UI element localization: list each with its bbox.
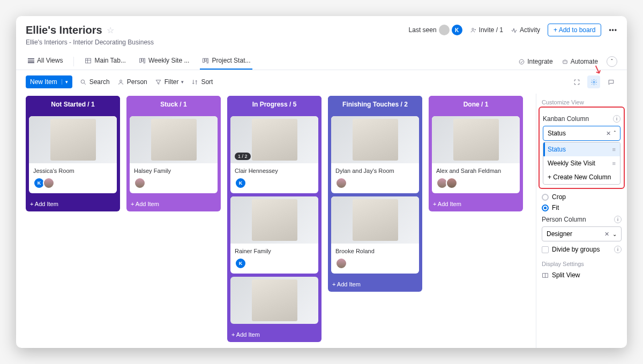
divide-label: Divide by groups (552, 246, 600, 253)
view-tab-project[interactable]: Project Stat... (200, 54, 252, 70)
avatar[interactable] (43, 177, 55, 189)
card-avatars (331, 257, 419, 274)
avatar[interactable]: K (235, 177, 246, 189)
avatar[interactable]: K (235, 257, 246, 269)
collapse-views-button[interactable]: ˆ (607, 56, 617, 67)
invite-button[interactable]: Invite / 1 (470, 26, 503, 34)
svg-point-14 (593, 81, 594, 82)
kanban-card[interactable]: Halsey Family (130, 116, 218, 193)
person-column-value: Designer (547, 230, 572, 238)
integrate-icon (518, 58, 525, 65)
radio-icon (542, 204, 549, 211)
dropdown-item-weekly[interactable]: Weekly Site Visit ≡ (543, 156, 620, 170)
all-views-button[interactable]: All Views (26, 54, 65, 70)
view-tab-main[interactable]: Main Tab... (83, 54, 128, 70)
kanban-card[interactable]: Rainer FamilyK (230, 196, 318, 274)
column-header[interactable]: Finishing Touches / 2 (328, 96, 422, 113)
invite-label: Invite / 1 (479, 26, 503, 34)
dropdown-item-create[interactable]: + Create New Column (543, 170, 620, 184)
list-icon: ≡ (612, 160, 616, 166)
column-header[interactable]: Done / 1 (429, 96, 523, 113)
add-item-button[interactable]: + Add Item (429, 196, 523, 211)
dropdown-item-status[interactable]: Status ≡ (543, 142, 620, 156)
avatar[interactable] (439, 25, 450, 35)
chevron-up-icon[interactable]: ˆ (614, 131, 616, 136)
chevron-down-icon[interactable]: ⌄ (612, 231, 617, 237)
avatar[interactable] (134, 177, 146, 189)
split-view-button[interactable]: Split View (542, 271, 622, 279)
filter-button[interactable]: Filter ▾ (155, 78, 184, 86)
more-menu-icon[interactable]: ••• (609, 26, 617, 34)
kanban-column-select[interactable]: Status ✕ˆ (543, 126, 620, 141)
dropdown-item-label: + Create New Column (548, 173, 611, 181)
view-tab-weekly[interactable]: Weekly Site ... (137, 54, 191, 70)
avatar[interactable] (335, 257, 347, 269)
info-icon[interactable]: i (614, 246, 622, 253)
column-header[interactable]: Not Started / 1 (26, 96, 120, 113)
info-icon[interactable]: i (613, 115, 620, 123)
card-avatars (432, 177, 520, 193)
activity-icon (511, 27, 518, 34)
info-icon[interactable]: i (614, 216, 622, 223)
add-item-button[interactable]: + Add Item (227, 327, 322, 342)
avatar[interactable]: K (452, 25, 462, 35)
last-seen: Last seen K (409, 25, 462, 35)
add-item-button[interactable]: + Add Item (26, 196, 120, 211)
svg-rect-4 (144, 58, 145, 63)
person-label: Person (127, 78, 147, 86)
card-avatars: K (29, 177, 117, 193)
settings-button[interactable] (587, 75, 600, 88)
chevron-down-icon[interactable]: ▾ (62, 79, 68, 85)
automate-button[interactable]: Automate (562, 58, 598, 65)
column-header[interactable]: Stuck / 1 (126, 96, 221, 113)
kanban-card[interactable]: Brooke Roland (331, 196, 419, 274)
card-title: Clair Hennessey (230, 163, 318, 177)
card-title: Jessica's Room (29, 163, 117, 177)
divide-groups-checkbox[interactable]: Divide by groups i (542, 246, 622, 253)
sort-button[interactable]: Sort (191, 78, 213, 86)
svg-rect-3 (141, 58, 143, 61)
kanban-column-dropdown: Status ≡ Weekly Site Visit ≡ + Create Ne… (543, 142, 620, 185)
column-header[interactable]: In Progress / 5 (227, 96, 322, 113)
add-item-button[interactable]: + Add Item (328, 277, 422, 292)
new-item-button[interactable]: New Item ▾ (26, 75, 72, 88)
person-filter-button[interactable]: Person (117, 78, 147, 86)
person-add-icon (470, 27, 477, 34)
new-item-label: New Item (30, 78, 57, 86)
svg-rect-7 (207, 58, 208, 63)
star-icon[interactable]: ☆ (107, 25, 114, 35)
sort-icon (191, 79, 198, 86)
comments-button[interactable] (604, 75, 617, 88)
card-title: Rainer Family (230, 244, 318, 257)
kanban-card[interactable]: 1 / 2Clair HennesseyK (230, 116, 318, 193)
svg-point-0 (472, 28, 473, 29)
add-to-board-button[interactable]: + Add to board (548, 24, 601, 36)
gear-icon (590, 79, 597, 86)
card-avatars: K (230, 257, 318, 274)
card-count-badge: 1 / 2 (235, 153, 251, 160)
integrate-button[interactable]: Integrate (518, 58, 552, 65)
avatar[interactable] (335, 177, 347, 189)
kanban-board[interactable]: Not Started / 1Jessica's RoomK+ Add Item… (16, 94, 536, 348)
card-avatars (331, 177, 419, 193)
search-button[interactable]: Search (80, 78, 110, 86)
avatar[interactable] (446, 177, 458, 189)
person-icon (117, 79, 124, 86)
clear-icon[interactable]: ✕ (604, 231, 609, 237)
kanban-card[interactable]: Alex and Sarah Feldman (432, 116, 520, 193)
comment-icon (608, 79, 615, 86)
add-item-button[interactable]: + Add Item (126, 196, 221, 211)
activity-label: Activity (520, 26, 540, 34)
table-icon (85, 57, 92, 64)
fullscreen-button[interactable] (570, 75, 583, 88)
kanban-card[interactable] (230, 277, 318, 324)
svg-rect-5 (203, 58, 205, 63)
kanban-card[interactable]: Dylan and Jay's Room (331, 116, 419, 193)
fit-radio[interactable]: Fit (542, 204, 622, 211)
crop-radio[interactable]: Crop (542, 193, 622, 201)
person-column-select[interactable]: Designer ✕⌄ (542, 226, 622, 241)
clear-icon[interactable]: ✕ (606, 130, 611, 136)
kanban-card[interactable]: Jessica's RoomK (29, 116, 117, 193)
activity-button[interactable]: Activity (511, 26, 540, 34)
card-image (331, 116, 419, 163)
